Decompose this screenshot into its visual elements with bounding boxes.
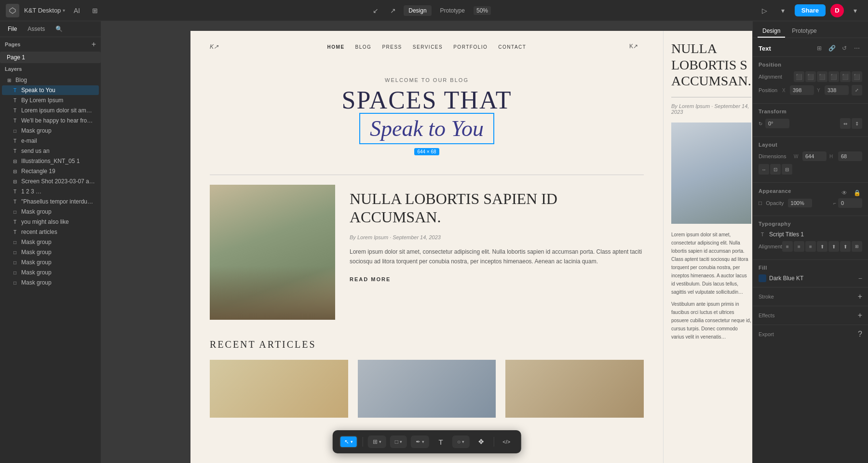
fill-remove-btn[interactable]: − (858, 274, 862, 282)
layer-mask-1[interactable]: □ Mask group (2, 126, 99, 136)
text-link-icon[interactable]: 🔗 (827, 43, 837, 54)
layer-rectangle19[interactable]: ⊟ Rectangle 19 (2, 166, 99, 176)
right-tab-design[interactable]: Design (758, 25, 785, 38)
tab-assets[interactable]: Assets (24, 24, 49, 34)
back-icon[interactable]: ↙ (369, 4, 382, 17)
align-center-h-btn[interactable]: ⬛ (805, 71, 816, 82)
layout-btn-3[interactable]: ⊟ (782, 164, 792, 175)
typo-align-middle[interactable]: ⬆ (828, 241, 839, 252)
prototype-tab[interactable]: Prototype (435, 5, 470, 16)
layer-illustrations[interactable]: ⊟ Illustrations_KNT_05 1 (2, 156, 99, 166)
app-name[interactable]: K&T Desktop ▾ (24, 7, 65, 14)
shape-tool[interactable]: □ ▾ (391, 436, 406, 447)
visibility-icon[interactable]: 👁 (839, 188, 850, 198)
forward-icon[interactable]: ↗ (386, 4, 400, 17)
flip-h-btn[interactable]: ⇔ (840, 118, 851, 129)
width-input[interactable] (802, 151, 827, 161)
position-x-input[interactable] (790, 85, 814, 95)
opacity-input[interactable] (788, 199, 812, 207)
nav-blog[interactable]: BLOG (355, 44, 372, 50)
layer-recent-articles[interactable]: T recent articles (2, 227, 99, 237)
effects-add-btn[interactable]: + (858, 311, 862, 320)
share-button[interactable]: Share (795, 4, 826, 16)
layer-you-might[interactable]: T you might also like (2, 217, 99, 227)
layer-mask-7[interactable]: □ Mask group (2, 278, 99, 287)
layer-123[interactable]: T 1 2 3 … (2, 187, 99, 196)
grid-button[interactable]: ⊞ (88, 4, 102, 17)
layer-blog[interactable]: ⊞ Blog (2, 75, 99, 85)
design-tab[interactable]: Design (404, 5, 431, 16)
play-button[interactable]: ▷ (758, 4, 772, 17)
layer-by-lorem[interactable]: T By Lorem Ipsum (2, 95, 99, 105)
export-help-btn[interactable]: ? (858, 330, 862, 339)
align-bottom-btn[interactable]: ⬛ (852, 71, 862, 82)
layer-mask-5[interactable]: □ Mask group (2, 258, 99, 267)
stroke-add-btn[interactable]: + (858, 292, 862, 301)
typo-align-center[interactable]: ≡ (794, 241, 804, 252)
layer-email[interactable]: T e-mail (2, 136, 99, 146)
share-dropdown-arrow[interactable]: ▾ (776, 4, 790, 17)
frame-tool[interactable]: ⊞ ▾ (369, 436, 385, 447)
layer-mask-2[interactable]: □ Mask group (2, 207, 99, 217)
fill-color-swatch[interactable] (759, 274, 766, 282)
right-tab-prototype[interactable]: Prototype (787, 25, 821, 38)
article-card-2[interactable] (358, 360, 496, 418)
typo-more-icon[interactable]: ⊞ (852, 241, 862, 252)
lock-icon[interactable]: 🔒 (852, 188, 862, 198)
components-tool[interactable]: ❖ (473, 434, 488, 449)
canvas[interactable]: K↗ HOME BLOG PRESS SERVICES PORTFOLIO CO… (101, 21, 752, 463)
read-more-link[interactable]: READ MORE (350, 276, 391, 282)
layer-mask-4[interactable]: □ Mask group (2, 247, 99, 257)
layer-well-be-happy[interactable]: T We'll be happy to hear from you! (2, 116, 99, 125)
layer-mask-6[interactable]: □ Mask group (2, 268, 99, 277)
height-input[interactable] (838, 151, 862, 161)
text-tool[interactable]: T (433, 434, 448, 449)
webpage[interactable]: K↗ HOME BLOG PRESS SERVICES PORTFOLIO CO… (190, 31, 663, 463)
nav-contact[interactable]: CONTACT (498, 44, 526, 50)
rotation-input[interactable] (765, 119, 789, 128)
avatar-caret[interactable]: ▾ (849, 4, 862, 17)
blog-hero: WELCOME TO OUR BLOG SPACES THAT Speak to… (190, 63, 663, 165)
search-icon-btn[interactable]: 🔍 (52, 24, 67, 34)
nav-services[interactable]: SERVICES (413, 44, 443, 50)
layout-btn-1[interactable]: ↔ (759, 164, 769, 175)
layer-speak-to-you[interactable]: T Speak to You (2, 85, 99, 95)
pen-tool[interactable]: ✒ ▾ (412, 436, 428, 447)
blog-title-script[interactable]: Speak to You (359, 113, 494, 144)
layer-send-us[interactable]: T send us an (2, 146, 99, 156)
avatar[interactable]: D (830, 4, 844, 17)
corner-radius-input[interactable] (838, 198, 862, 208)
position-reset-btn[interactable]: ⤢ (852, 85, 862, 95)
ai-button[interactable]: AI (70, 4, 83, 17)
text-reset-icon[interactable]: ↺ (839, 43, 850, 54)
move-tool[interactable]: ↖ ▾ (340, 436, 357, 447)
typo-align-top[interactable]: ⬆ (817, 241, 827, 252)
align-top-btn[interactable]: ⬛ (828, 71, 839, 82)
align-center-v-btn[interactable]: ⬛ (840, 71, 851, 82)
typo-align-bottom[interactable]: ⬆ (840, 241, 851, 252)
add-page-button[interactable]: + (92, 40, 96, 49)
position-y-input[interactable] (825, 85, 849, 95)
article-card-1[interactable] (210, 360, 348, 418)
layout-btn-2[interactable]: ⊡ (770, 164, 781, 175)
layer-screenshot[interactable]: ⊟ Screen Shot 2023-03-07 at 17.43… (2, 177, 99, 186)
typo-align-left[interactable]: ≡ (782, 241, 793, 252)
zoom-level[interactable]: 50% (474, 6, 491, 15)
flip-v-btn[interactable]: ⇕ (852, 118, 862, 129)
tab-file[interactable]: File (4, 24, 21, 34)
code-tool[interactable]: </> (499, 434, 514, 449)
ellipse-tool[interactable]: ○ ▾ (453, 436, 468, 447)
layer-lorem-text[interactable]: T Lorem ipsum dolor sit amet, cons… (2, 106, 99, 115)
typo-align-right[interactable]: ≡ (805, 241, 816, 252)
page-1-item[interactable]: Page 1 (0, 52, 101, 63)
text-more-icon[interactable]: ⋯ (852, 43, 862, 54)
article-card-3[interactable] (505, 360, 644, 418)
layer-mask-3[interactable]: □ Mask group (2, 237, 99, 247)
align-left-btn[interactable]: ⬛ (794, 71, 804, 82)
nav-portfolio[interactable]: PORTFOLIO (453, 44, 488, 50)
layer-phasellus[interactable]: T "Phasellus tempor interdum vesti… (2, 197, 99, 206)
text-grid-icon[interactable]: ⊞ (814, 43, 825, 54)
nav-home[interactable]: HOME (327, 44, 345, 50)
nav-press[interactable]: PRESS (382, 44, 402, 50)
align-right-btn[interactable]: ⬛ (817, 71, 827, 82)
